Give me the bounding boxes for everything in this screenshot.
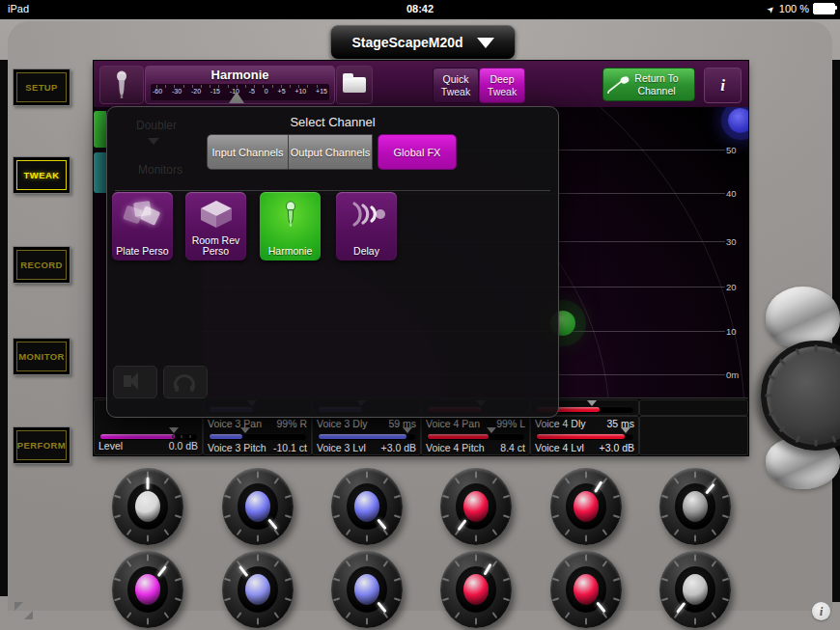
knob-tick	[585, 472, 587, 479]
tweak-knob-row1-4[interactable]	[440, 468, 512, 545]
knob-led	[245, 574, 270, 605]
knob-tick	[585, 618, 587, 625]
channel-tile-fragment-teal[interactable]	[94, 152, 106, 193]
knob-tick	[147, 618, 149, 625]
knob-tick	[114, 578, 121, 582]
sidebar-item-monitor[interactable]: MONITOR	[13, 338, 70, 375]
knob-tick	[383, 478, 389, 484]
param-label: Level	[98, 440, 123, 452]
channel-tile-fragment-green[interactable]	[94, 111, 106, 148]
distance-label: 40	[726, 188, 743, 199]
knob-tick	[492, 529, 498, 535]
knob-tick	[274, 478, 280, 484]
level-slider[interactable]	[99, 433, 197, 440]
tweak-knob-row1-3[interactable]	[331, 468, 403, 545]
param-slider[interactable]	[536, 433, 633, 440]
tab-global-fx[interactable]: Global FX	[378, 134, 457, 170]
knob-tick	[383, 529, 389, 535]
knob-tick	[346, 529, 351, 535]
sidebar-item-setup[interactable]: SETUP	[13, 68, 70, 106]
boom-mic-icon	[606, 75, 631, 95]
device-select-label: StageScapeM20d	[351, 35, 462, 50]
param-text-row: Voice 4 Pan99% L	[426, 418, 525, 429]
slider-pointer[interactable]	[487, 427, 496, 433]
knob-tick	[602, 529, 608, 535]
param-text-row: Voice 3 Pitch-10.1 ct	[208, 442, 307, 453]
status-clock: 08:42	[0, 3, 840, 14]
knob-led	[245, 491, 270, 522]
slider-pointer[interactable]	[403, 427, 412, 433]
slider-fill	[100, 434, 175, 439]
distance-label: 0m	[726, 370, 743, 380]
preset-folder-button[interactable]	[336, 66, 373, 104]
param-slider[interactable]	[209, 433, 306, 440]
tweak-knob-row1-5[interactable]	[550, 468, 622, 545]
tab-output-channels[interactable]: Output Channels	[289, 134, 373, 170]
knob-tick	[346, 561, 351, 567]
sidebar-item-record[interactable]: RECORD	[13, 246, 70, 284]
param-value: 0.0 dB	[169, 440, 198, 452]
level-track-ticks	[172, 435, 191, 438]
knob-tick	[674, 529, 680, 535]
ghost-caret	[148, 138, 159, 145]
channel-name-panel[interactable]: Harmonie -60-30-20-15-10-50+5+10+15	[145, 66, 335, 104]
param-value: +3.0 dB	[600, 442, 635, 453]
param-value: +3.0 dB	[381, 442, 417, 453]
quick-tweak-button[interactable]: Quick Tweak	[433, 68, 479, 103]
fx-tile-delay[interactable]: Delay	[336, 192, 397, 260]
knob-tick	[383, 561, 389, 567]
fullscreen-resize-icon[interactable]	[14, 602, 36, 621]
plates-icon	[112, 197, 173, 232]
knob-tick	[237, 529, 242, 535]
return-to-channel-button[interactable]: Return To Channel	[602, 68, 695, 101]
sidebar-item-tweak[interactable]: TWEAK	[13, 156, 70, 194]
meter-tick-label: -20	[191, 88, 201, 95]
wheel-notch	[831, 435, 836, 443]
slider-pointer[interactable]	[621, 427, 630, 433]
device-select-dropdown[interactable]: StageScapeM20d	[330, 25, 516, 60]
knob-tick	[565, 529, 571, 535]
tweak-knob-row2-6[interactable]	[659, 551, 731, 628]
knob-led	[463, 491, 489, 522]
param-cell: Voice 3 Dly59 msVoice 3 Lvl+3.0 dB	[312, 416, 421, 455]
tweak-knob-row2-5[interactable]	[550, 551, 622, 628]
tweak-knob-row2-3[interactable]	[331, 551, 403, 628]
knob-tick	[661, 597, 668, 601]
channel-type-button[interactable]	[99, 66, 144, 104]
param-cell: Voice 4 Dly35 msVoice 4 Lvl+3.0 dB	[530, 416, 639, 455]
knob-led	[683, 491, 708, 522]
knob-tick	[475, 618, 477, 625]
sidebar-item-perform[interactable]: PERFORM	[13, 426, 70, 464]
fx-tile-plate-perso[interactable]: Plate Perso	[112, 192, 173, 260]
param-slider[interactable]	[427, 433, 524, 440]
tab-input-channels[interactable]: Input Channels	[207, 134, 289, 170]
knob-led	[683, 574, 708, 605]
slider-pointer[interactable]	[240, 427, 250, 433]
channel-info-button[interactable]: i	[704, 68, 742, 103]
slider-pointer[interactable]	[587, 400, 597, 406]
wheel-notch	[766, 395, 772, 397]
knob-tick	[224, 514, 231, 518]
knob-tick	[674, 478, 680, 484]
knob-tick	[285, 514, 292, 518]
knob-tick	[394, 514, 401, 518]
knob-tick	[366, 555, 368, 562]
fx-tile-harmonie[interactable]: Harmonie	[260, 192, 321, 260]
slider-pointer[interactable]	[169, 427, 179, 433]
knob-tick	[366, 618, 368, 625]
blue-source-marker[interactable]	[728, 108, 748, 133]
tweak-knob-row2-2[interactable]	[222, 551, 294, 628]
tweak-knob-row2-4[interactable]	[440, 551, 512, 628]
knob-tick	[613, 578, 620, 582]
app-info-button[interactable]: i	[812, 602, 830, 620]
tweak-knob-row2-1[interactable]	[112, 551, 183, 628]
ghost-headphones-button	[163, 366, 208, 398]
tweak-knob-row1-1[interactable]	[112, 468, 183, 545]
tweak-knob-row1-6[interactable]	[659, 468, 731, 545]
fx-tile-room-rev-perso[interactable]: Room Rev Perso	[185, 192, 246, 260]
deep-tweak-button[interactable]: Deep Tweak	[479, 68, 525, 103]
tweak-knob-row1-2[interactable]	[222, 468, 294, 545]
knob-tick	[274, 529, 280, 535]
param-slider[interactable]	[318, 433, 415, 440]
ghost-label-monitors: Monitors	[138, 163, 182, 177]
